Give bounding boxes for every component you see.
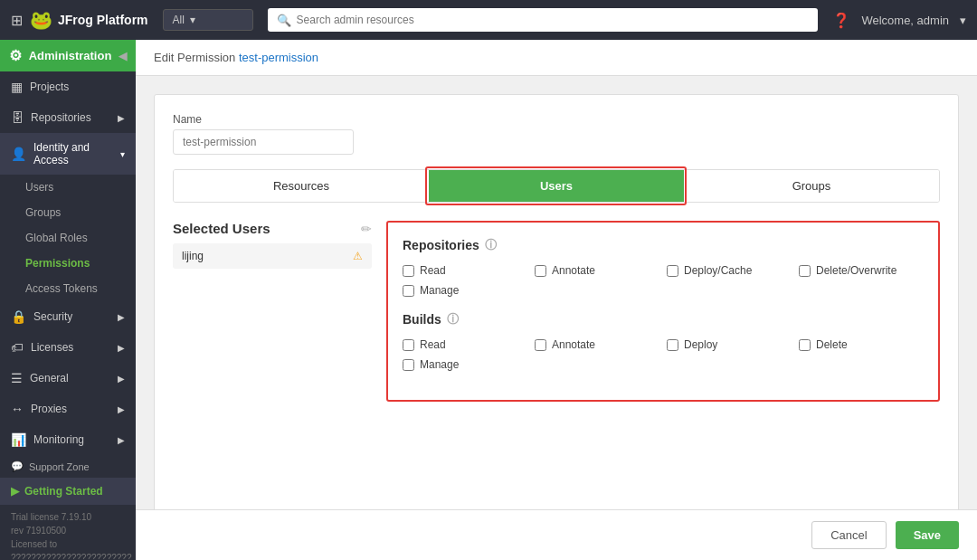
tabs-row: Resources Users Groups [173,169,940,203]
sidebar-item-general[interactable]: ☰ General ▶ [0,363,136,394]
user-greeting[interactable]: Welcome, admin [861,14,949,27]
sidebar-item-monitoring[interactable]: 📊 Monitoring ▶ [0,424,136,455]
repo-delete-checkbox[interactable]: Delete/Overwrite [799,264,924,277]
sidebar-permissions-label: Permissions [25,257,90,270]
user-name: lijing [182,250,204,262]
build-manage-checkbox[interactable]: Manage [403,358,659,371]
user-list-item[interactable]: lijing ⚠ [173,243,372,269]
repo-annotate-checkbox[interactable]: Annotate [535,264,659,277]
two-column-layout: Selected Users ✏ lijing ⚠ [173,221,940,402]
selected-users-header: Selected Users ✏ [173,221,372,236]
monitoring-arrow-icon: ▶ [118,435,125,445]
builds-checkboxes-row2: Manage [403,358,924,371]
search-input[interactable] [268,8,819,32]
breadcrumb: Edit Permission test-permission [154,51,318,64]
apps-icon[interactable]: ⊞ [11,12,23,29]
builds-section: Builds ⓘ Read [403,311,924,371]
sidebar: ⚙ Administration ◀ ▦ Projects 🗄 Reposito… [0,40,136,560]
sidebar-security-label: Security [33,310,72,323]
tab-resources[interactable]: Resources [174,170,429,202]
save-button[interactable]: Save [896,521,959,549]
sidebar-proxies-label: Proxies [31,403,67,415]
content-header: Edit Permission test-permission [136,40,977,76]
name-input[interactable] [173,129,354,155]
repositories-checkboxes-row2: Manage [403,284,924,297]
sidebar-support-label: Support Zone [29,461,90,472]
chevron-down-icon: ▾ [190,14,195,26]
main-layout: ⚙ Administration ◀ ▦ Projects 🗄 Reposito… [0,40,977,560]
right-panel-border: Repositories ⓘ Read Annotate [386,221,940,402]
edit-icon[interactable]: ✏ [361,222,372,236]
tabs-container: Resources Users Groups [173,169,940,203]
license-line2: rev 71910500 [11,524,125,537]
builds-help-icon[interactable]: ⓘ [447,311,459,327]
tab-groups[interactable]: Groups [684,170,939,202]
repo-read-checkbox[interactable]: Read [403,264,527,277]
sidebar-monitoring-label: Monitoring [33,433,84,446]
repositories-help-icon[interactable]: ⓘ [485,237,497,253]
sidebar-access-tokens-label: Access Tokens [25,282,98,295]
warning-icon: ⚠ [353,250,363,262]
proxies-icon: ↔ [11,402,24,416]
security-icon: 🔒 [11,309,26,324]
repo-deploy-checkbox[interactable]: Deploy/Cache [667,264,792,277]
sidebar-general-label: General [30,372,69,384]
support-icon: 💬 [11,460,24,472]
security-arrow-icon: ▶ [118,312,125,322]
monitoring-icon: 📊 [11,432,26,447]
sidebar-item-identity[interactable]: 👤 Identity and Access ▾ [0,133,136,175]
sidebar-item-support[interactable]: 💬 Support Zone [0,455,136,478]
tab-users[interactable]: Users [429,170,684,202]
build-annotate-checkbox[interactable]: Annotate [535,338,659,351]
form-card: Name Resources Users Groups [154,94,959,509]
builds-checkboxes-row1: Read Annotate Deploy [403,338,924,351]
identity-arrow-icon: ▾ [120,149,125,159]
dropdown-label: All [173,14,185,26]
breadcrumb-perm-name: test-permission [239,51,318,64]
sidebar-item-groups[interactable]: Groups [0,200,136,225]
repo-manage-checkbox[interactable]: Manage [403,284,659,297]
build-delete-checkbox[interactable]: Delete [799,338,924,351]
repositories-label: Repositories [403,238,479,252]
sidebar-item-licenses[interactable]: 🏷 Licenses ▶ [0,332,136,363]
repositories-arrow-icon: ▶ [118,113,125,123]
build-read-checkbox[interactable]: Read [403,338,527,351]
proxies-arrow-icon: ▶ [118,404,125,414]
topbar: ⊞ 🐸 JFrog Platform All ▾ 🔍 ❓ Welcome, ad… [0,0,977,40]
license-line4: ???????????????????????? [11,551,125,560]
sidebar-item-repositories[interactable]: 🗄 Repositories ▶ [0,102,136,133]
sidebar-item-global-roles[interactable]: Global Roles [0,225,136,251]
sidebar-item-security[interactable]: 🔒 Security ▶ [0,301,136,332]
frog-icon: 🐸 [30,9,52,31]
permissions-panel: Repositories ⓘ Read Annotate [386,221,940,402]
sidebar-groups-label: Groups [25,206,61,219]
builds-section-title: Builds ⓘ [403,311,924,327]
sidebar-item-users[interactable]: Users [0,175,136,200]
sidebar-item-projects[interactable]: ▦ Projects [0,71,136,102]
sidebar-global-roles-label: Global Roles [25,232,88,244]
sidebar-item-getting-started[interactable]: ▶ Getting Started [0,478,136,505]
name-group: Name [173,113,940,155]
projects-icon: ▦ [11,80,23,94]
selected-users-title: Selected Users [173,221,270,236]
breadcrumb-prefix: Edit Permission [154,51,235,64]
build-deploy-checkbox[interactable]: Deploy [667,338,792,351]
getting-started-icon: ▶ [11,485,19,498]
sidebar-item-permissions[interactable]: Permissions [0,251,136,276]
sidebar-collapse-icon[interactable]: ◀ [119,50,127,62]
help-icon[interactable]: ❓ [832,12,850,29]
logo: 🐸 JFrog Platform [30,9,148,31]
content-area: Edit Permission test-permission Name Res… [136,40,977,560]
sidebar-item-access-tokens[interactable]: Access Tokens [0,276,136,301]
search-icon: 🔍 [277,14,291,27]
gear-icon: ⚙ [9,47,22,64]
sidebar-item-proxies[interactable]: ↔ Proxies ▶ [0,394,136,424]
all-dropdown[interactable]: All ▾ [163,9,253,31]
user-chevron-icon[interactable]: ▾ [960,14,966,27]
name-label: Name [173,113,940,126]
cancel-button[interactable]: Cancel [811,521,886,549]
general-arrow-icon: ▶ [118,374,125,384]
repositories-section-title: Repositories ⓘ [403,237,924,253]
sidebar-identity-label: Identity and Access [33,141,113,166]
builds-label: Builds [403,312,441,327]
